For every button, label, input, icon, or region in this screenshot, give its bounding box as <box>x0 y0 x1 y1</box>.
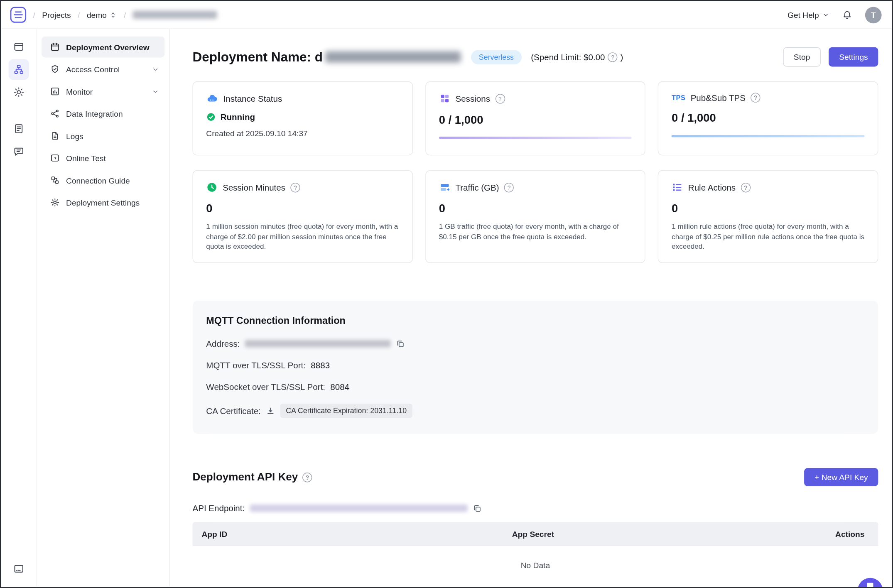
stop-button[interactable]: Stop <box>783 47 821 67</box>
chat-bubble-icon <box>13 146 25 157</box>
session-minutes-value: 0 <box>206 202 399 216</box>
overview-icon <box>50 42 60 51</box>
chevron-down-icon <box>822 11 829 18</box>
gear-icon <box>50 198 60 207</box>
chevron-down-icon <box>152 66 159 72</box>
serverless-badge: Serverless <box>471 50 522 64</box>
breadcrumb-separator: / <box>78 10 80 20</box>
rail-projects-button[interactable] <box>9 37 29 57</box>
redacted-deployment-name <box>325 51 461 62</box>
ca-expiration-chip: CA Certificate Expiration: 2031.11.10 <box>280 404 412 418</box>
sidebar-item-label: Access Control <box>66 65 120 74</box>
copy-icon <box>473 504 482 513</box>
page-title: Deployment Name: d <box>192 49 323 65</box>
sidebar-item-label: Online Test <box>66 154 106 163</box>
copy-icon <box>396 339 405 348</box>
api-endpoint-label: API Endpoint: <box>192 503 245 513</box>
help-icon[interactable]: ? <box>608 52 617 61</box>
help-icon[interactable]: ? <box>504 182 514 192</box>
instance-status-value: Running <box>221 112 255 122</box>
traffic-description: 1 GB traffic (free quota) for every mont… <box>439 222 632 242</box>
traffic-icon <box>439 181 450 193</box>
card-title: Instance Status <box>223 94 282 103</box>
rail-feedback-button[interactable] <box>9 141 29 162</box>
bar-chart-icon <box>50 86 60 96</box>
redacted-deployment-name <box>133 11 217 19</box>
table-empty-state: No Data <box>192 546 878 586</box>
mqtt-tls-port-label: MQTT over TLS/SSL Port: <box>206 360 306 370</box>
help-icon[interactable]: ? <box>751 93 760 103</box>
plus-icon: + <box>814 473 819 482</box>
help-icon[interactable]: ? <box>741 182 751 192</box>
settings-button[interactable]: Settings <box>829 47 878 67</box>
spend-limit-text: (Spend Limit: $0.00 <box>531 52 605 61</box>
chevron-down-icon <box>152 88 159 95</box>
get-help-label: Get Help <box>788 10 819 20</box>
api-key-title: Deployment API Key <box>192 471 298 483</box>
sidebar-item-online-test[interactable]: Online Test <box>42 147 164 169</box>
sidebar-item-access-control[interactable]: Access Control <box>42 59 164 80</box>
rail-deployments-button[interactable] <box>9 59 29 80</box>
clock-icon <box>206 181 217 193</box>
sidebar-item-logs[interactable]: Logs <box>42 125 164 147</box>
column-header-app-id: App ID <box>201 529 422 539</box>
rail-docs-button[interactable] <box>9 118 29 139</box>
rule-actions-value: 0 <box>672 202 864 216</box>
tps-value: 0 / 1,000 <box>672 112 864 125</box>
rail-console-button[interactable] <box>9 559 29 579</box>
redacted-address <box>245 340 391 348</box>
rail-settings-button[interactable] <box>9 82 29 102</box>
help-icon[interactable]: ? <box>495 94 505 103</box>
swap-vertical-icon <box>110 11 117 19</box>
help-icon[interactable]: ? <box>290 182 300 192</box>
emqx-logo-icon[interactable] <box>10 7 26 22</box>
column-header-actions: Actions <box>643 529 864 539</box>
notifications-button[interactable] <box>842 10 853 20</box>
mqtt-tls-port-value: 8883 <box>311 360 330 370</box>
chat-icon <box>866 581 875 588</box>
sidebar-item-connection-guide[interactable]: Connection Guide <box>42 170 164 191</box>
download-ca-button[interactable] <box>266 406 275 415</box>
card-title: Session Minutes <box>223 182 285 192</box>
address-label: Address: <box>206 339 240 348</box>
api-key-section: Deployment API Key ? + New API Key API E… <box>192 468 878 586</box>
user-avatar[interactable]: T <box>865 7 882 23</box>
log-file-icon <box>50 131 60 140</box>
new-api-key-button[interactable]: + New API Key <box>804 468 878 486</box>
sidebar-item-label: Data Integration <box>66 109 123 118</box>
tps-progress-bar <box>672 135 864 137</box>
redacted-api-endpoint <box>250 505 468 512</box>
spend-limit: (Spend Limit: $0.00 ? ) <box>531 52 623 61</box>
sessions-progress-bar <box>439 137 632 139</box>
mqtt-panel-title: MQTT Connection Information <box>206 316 864 327</box>
shield-check-icon <box>50 64 60 74</box>
pubsub-tps-card: TPS Pub&Sub TPS ? 0 / 1,000 <box>658 81 878 155</box>
online-test-icon <box>50 153 60 163</box>
sidebar-item-deployment-settings[interactable]: Deployment Settings <box>42 192 164 213</box>
topbar: / Projects / demo / Get Help T <box>1 1 892 29</box>
spend-limit-close: ) <box>621 52 623 61</box>
traffic-value: 0 <box>439 202 632 216</box>
check-circle-icon <box>206 112 216 122</box>
card-title: Traffic (GB) <box>455 182 499 192</box>
ca-certificate-label: CA Certificate: <box>206 406 260 416</box>
breadcrumb-separator: / <box>124 10 126 20</box>
breadcrumb-project-selector[interactable]: demo <box>87 10 117 20</box>
sidebar-item-monitor[interactable]: Monitor <box>42 81 164 102</box>
connection-guide-icon <box>50 175 60 185</box>
gear-icon <box>13 86 25 98</box>
sidebar-item-label: Deployment Settings <box>66 198 140 207</box>
ws-tls-port-label: WebSocket over TLS/SSL Port: <box>206 382 325 392</box>
help-icon[interactable]: ? <box>302 472 312 482</box>
sidebar-item-data-integration[interactable]: Data Integration <box>42 103 164 124</box>
copy-endpoint-button[interactable] <box>473 504 482 513</box>
breadcrumb-projects[interactable]: Projects <box>42 10 71 20</box>
download-icon <box>266 406 275 415</box>
sidebar-item-deployment-overview[interactable]: Deployment Overview <box>42 37 164 58</box>
copy-address-button[interactable] <box>396 339 405 348</box>
icon-rail <box>1 29 37 587</box>
page-header: Deployment Name: d Serverless (Spend Lim… <box>192 47 878 67</box>
get-help-menu[interactable]: Get Help <box>788 10 829 20</box>
sidebar: Deployment Overview Access Control Monit… <box>37 29 169 587</box>
card-title: Rule Actions <box>688 182 736 192</box>
